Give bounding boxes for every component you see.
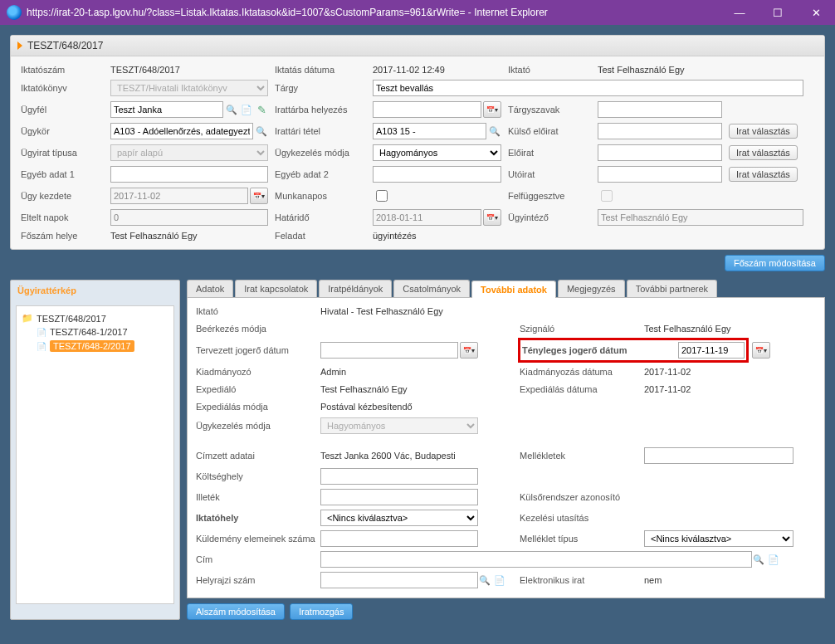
detail-body: Iktató Hivatal - Test Felhasználó Egy Be… (187, 297, 825, 598)
ugyfel-label: Ügyfél (21, 105, 104, 115)
egyeb2-input[interactable] (373, 166, 501, 183)
search-icon[interactable] (255, 124, 268, 138)
doc-icon[interactable] (767, 553, 780, 566)
d-kiadmanyozas-datuma-label: Kiadmányozás dátuma (520, 365, 644, 378)
minimize-button[interactable]: — (720, 0, 759, 25)
ugykor-label: Ügykör (21, 126, 104, 136)
d-kuldemeny-label: Küldemény elemeinek száma (196, 532, 320, 545)
close-button[interactable]: ✕ (797, 0, 835, 25)
d-expedialas-datuma-label: Expediálás dátuma (520, 383, 644, 396)
ugyintezo-label: Ügyintéző (508, 212, 591, 222)
tab-peldanyok[interactable]: Iratpéldányok (319, 280, 392, 297)
panel-title: TESZT/648/2017 (27, 40, 103, 51)
tab-adatok[interactable]: Adatok (187, 280, 233, 297)
irat-valasztas-button[interactable]: Irat választás (729, 167, 798, 182)
egyeb1-input[interactable] (110, 166, 268, 183)
ugykezeles-modja-label: Ügykezelés módja (275, 148, 366, 158)
ugykezeles-modja-select[interactable]: Hagyományos (373, 144, 501, 161)
tree-root[interactable]: 📁 TESZT/648/2017 (22, 311, 168, 325)
irattarba-label: Irattárba helyezés (275, 105, 366, 115)
d-helyrajzi-input[interactable] (320, 572, 478, 588)
tab-kapcsolatok[interactable]: Irat kapcsolatok (235, 280, 317, 297)
doc-icon[interactable] (493, 573, 506, 587)
targyszavak-input[interactable] (598, 101, 722, 118)
iktatas-datuma-label: Iktatás dátuma (275, 65, 366, 75)
d-illetek-label: Illeték (196, 490, 320, 504)
felfuggesztve-checkbox (601, 190, 613, 202)
d-elektronikus-label: Elektronikus irat (520, 573, 644, 587)
irattari-tetel-label: Irattári tétel (275, 126, 366, 136)
date-picker-icon[interactable] (250, 188, 268, 204)
d-melleklet-tipus-select[interactable]: <Nincs kiválasztva> (644, 530, 793, 547)
d-tervezett-input[interactable] (320, 342, 458, 359)
d-elektronikus-value: nem (644, 575, 752, 585)
targy-label: Tárgy (275, 83, 366, 93)
d-iktato-value: Hivatal - Test Felhasználó Egy (320, 306, 520, 316)
d-tervezett-label: Tervezett jogerő dátum (196, 344, 320, 357)
search-icon[interactable] (488, 124, 501, 138)
d-szignalo-value: Test Felhasználó Egy (644, 324, 793, 334)
feladat-label: Feladat (275, 231, 366, 241)
date-picker-icon[interactable] (752, 342, 770, 359)
foszam-helye-label: Főszám helye (21, 231, 104, 241)
tree-child-2[interactable]: 📄 TESZT/648-2/2017 (22, 339, 168, 354)
targy-input[interactable] (373, 80, 803, 96)
d-illetek-input[interactable] (320, 489, 478, 505)
kulso-eloirat-input[interactable] (598, 123, 722, 139)
munkanapos-checkbox[interactable] (376, 190, 388, 202)
hatarido-input (373, 209, 481, 226)
tree-child1-label: TESZT/648-1/2017 (50, 327, 128, 337)
d-expedialas-datuma-value: 2017-11-02 (644, 384, 752, 394)
tab-tovabbi-adatok[interactable]: További adatok (471, 281, 556, 298)
ugyirat-tipusa-select: papír alapú (110, 144, 268, 161)
d-iktatohely-select[interactable]: <Nincs kiválasztva> (320, 510, 478, 526)
iratmozgas-button[interactable]: Iratmozgás (290, 603, 353, 620)
search-icon[interactable] (478, 573, 491, 587)
tab-megjegyzes[interactable]: Megjegyzés (558, 280, 625, 297)
date-picker-icon[interactable] (460, 342, 478, 359)
irat-valasztas-button[interactable]: Irat választás (729, 124, 798, 139)
tree-body: 📁 TESZT/648/2017 📄 TESZT/648-1/2017 📄 TE… (16, 305, 174, 604)
lower-section: Ügyirattérkép 📁 TESZT/648/2017 📄 TESZT/6… (10, 280, 825, 620)
d-cim-label: Cím (196, 553, 320, 566)
iktatoszam-label: Iktatószám (21, 65, 104, 75)
d-mellekletek-input[interactable] (644, 447, 793, 464)
alszam-modositasa-button[interactable]: Alszám módosítása (187, 603, 285, 620)
ugyfel-input[interactable] (110, 101, 223, 118)
d-expedialo-label: Expediáló (196, 383, 320, 396)
search-icon[interactable] (752, 553, 765, 566)
eltelt-napok-input (110, 209, 268, 226)
irat-valasztas-button[interactable]: Irat választás (729, 145, 798, 160)
d-koltseghely-input[interactable] (320, 468, 478, 485)
d-expedialas-modja-value: Postával kézbesítendő (320, 402, 520, 412)
hatarido-label: Határidő (275, 212, 366, 222)
detail-panel: Adatok Irat kapcsolatok Iratpéldányok Cs… (187, 280, 825, 620)
tab-partnerek[interactable]: További partnerek (627, 280, 717, 297)
d-cimzett-label: Címzett adatai (196, 449, 320, 462)
utoirat-input[interactable] (598, 166, 722, 183)
doc-icon[interactable] (240, 103, 253, 116)
kulso-eloirat-label: Külső előirat (508, 126, 591, 136)
date-picker-icon[interactable] (483, 209, 501, 226)
foszam-modositasa-button[interactable]: Főszám módosítása (725, 255, 825, 271)
eloirat-label: Előirat (508, 148, 591, 158)
eltelt-napok-label: Eltelt napok (21, 212, 104, 222)
d-iktatohely-label: Iktatóhely (196, 511, 320, 524)
d-kuldemeny-input[interactable] (320, 530, 478, 547)
felfuggesztve-label: Felfüggesztve (508, 191, 591, 201)
d-tenyleges-input[interactable] (678, 342, 745, 359)
tab-csatolmanyok[interactable]: Csatolmányok (393, 280, 470, 297)
tree-header: Ügyirattérkép (11, 281, 179, 300)
egyeb1-label: Egyéb adat 1 (21, 169, 104, 179)
d-cim-input[interactable] (320, 551, 752, 568)
ie-icon (7, 5, 22, 20)
ugykor-input[interactable] (110, 123, 253, 139)
eloirat-input[interactable] (598, 144, 722, 161)
tree-child-1[interactable]: 📄 TESZT/648-1/2017 (22, 325, 168, 339)
irattari-tetel-input[interactable] (373, 123, 486, 139)
edit-icon[interactable] (255, 103, 268, 116)
irattarba-input[interactable] (373, 101, 481, 118)
date-picker-icon[interactable] (483, 101, 501, 118)
maximize-button[interactable]: ☐ (759, 0, 797, 25)
search-icon[interactable] (225, 103, 238, 116)
